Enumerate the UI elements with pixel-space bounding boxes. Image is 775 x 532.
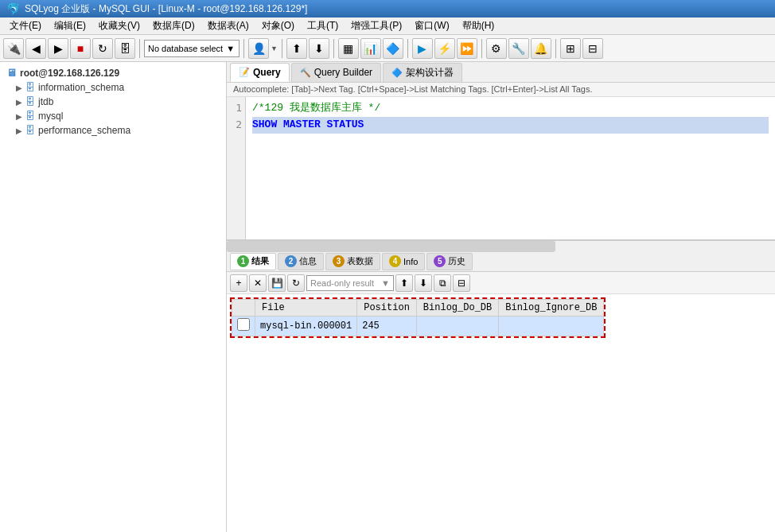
result-badge-4: 4 (389, 255, 401, 267)
query-editor[interactable]: 1 2 /*129 我是数据库主库 */ SHOW MASTER STATUS (227, 97, 775, 240)
result-tab-5[interactable]: 5 历史 (426, 253, 473, 270)
refresh-btn[interactable] (92, 38, 113, 59)
database-select-value: No database select (148, 44, 223, 53)
code-area[interactable]: /*129 我是数据库主库 */ SHOW MASTER STATUS (246, 97, 775, 239)
forward-icon (54, 42, 63, 55)
menu-enhanced[interactable]: 增强工具(P) (345, 17, 408, 34)
layout2-btn[interactable]: ⊟ (582, 38, 603, 59)
result-table: File Position Binlog_Do_DB Binlog_Ignore… (232, 299, 604, 336)
notif-btn[interactable]: 🔔 (531, 38, 551, 59)
result-copy-icon: ⧉ (439, 278, 446, 289)
tree-item-mysql[interactable]: ▶ 🗄 mysql (3, 109, 223, 123)
tab-schema-designer[interactable]: 🔷 架构设计器 (383, 63, 462, 82)
import-btn[interactable]: ⬇ (309, 38, 329, 59)
result-filter-btn[interactable]: ⊟ (453, 274, 470, 292)
tab-schema-label: 架构设计器 (406, 66, 454, 80)
result-copy-btn[interactable]: ⧉ (434, 274, 451, 292)
new-icon: 🔌 (7, 42, 21, 55)
editor-scrollbar[interactable] (227, 240, 775, 251)
result-tab-3-label: 表数据 (347, 255, 373, 267)
tree-item-information-schema[interactable]: ▶ 🗄 information_schema (3, 80, 223, 95)
result-refresh-icon: ↻ (292, 278, 300, 289)
expand-icon-jtdb: ▶ (16, 98, 22, 107)
menu-favorites[interactable]: 收藏夹(V) (92, 17, 146, 34)
refresh-icon (98, 42, 107, 55)
result-tab-1[interactable]: 1 结果 (230, 253, 276, 270)
user-btn[interactable]: 👤 (248, 38, 269, 59)
title-text: SQLyog 企业版 - MySQL GUI - [Linux-M - root… (25, 2, 307, 16)
layout-btn[interactable]: ⊞ (560, 38, 581, 59)
result-tab-4-label: Info (403, 257, 418, 266)
table-row[interactable]: mysql-bin.000001 245 (232, 316, 604, 336)
forward-btn[interactable] (48, 38, 68, 59)
menu-bar: 文件(E) 编辑(E) 收藏夹(V) 数据库(D) 数据表(A) 对象(O) 工… (0, 17, 775, 35)
menu-file[interactable]: 文件(E) (3, 17, 48, 34)
result-import-icon: ⬇ (419, 278, 427, 289)
layout2-icon: ⊟ (588, 42, 598, 55)
back-icon (32, 42, 41, 55)
new-connection-btn[interactable]: 🔌 (3, 38, 24, 59)
result-tab-5-label: 历史 (448, 255, 465, 267)
result-tab-4[interactable]: 4 Info (382, 253, 425, 270)
export-btn[interactable]: ⬆ (286, 38, 307, 59)
menu-edit[interactable]: 编辑(E) (48, 17, 92, 34)
result-area: File Position Binlog_Do_DB Binlog_Ignore… (227, 294, 775, 532)
readonly-arrow-icon: ▼ (381, 278, 390, 288)
result-delete-btn[interactable]: ✕ (249, 274, 267, 292)
result-badge-2: 2 (285, 255, 297, 267)
execute-btn[interactable]: ▶ (412, 38, 433, 59)
result-save-icon: 💾 (271, 278, 283, 289)
tree-root[interactable]: 🖥 root@192.168.126.129 (3, 65, 223, 80)
back-btn[interactable] (25, 38, 46, 59)
query-tab-icon: 📝 (239, 67, 250, 77)
result-badge-1: 1 (237, 255, 249, 267)
menu-database[interactable]: 数据库(D) (146, 17, 201, 34)
stop-btn[interactable] (70, 38, 91, 59)
table2-btn[interactable]: 📊 (360, 38, 381, 59)
readonly-dropdown[interactable]: Read-only result ▼ (306, 275, 394, 291)
result-save-btn[interactable]: 💾 (268, 274, 286, 292)
result-toolbar: + ✕ 💾 ↻ Read-only result ▼ ⬆ ⬇ ⧉ ⊟ (227, 272, 775, 294)
execute3-btn[interactable]: ⏩ (457, 38, 477, 59)
db-btn[interactable]: 🗄 (115, 38, 135, 59)
tree-item-jtdb[interactable]: ▶ 🗄 jtdb (3, 95, 223, 109)
menu-window[interactable]: 窗口(W) (408, 17, 455, 34)
tab-query-builder[interactable]: 🔨 Query Builder (291, 63, 381, 82)
result-export-btn[interactable]: ⬆ (395, 274, 413, 292)
result-tab-2[interactable]: 2 信息 (278, 253, 324, 270)
col-checkbox-header (232, 300, 255, 316)
line-numbers: 1 2 (227, 97, 246, 239)
result-refresh-btn[interactable]: ↻ (287, 274, 305, 292)
menu-object[interactable]: 对象(O) (255, 17, 301, 34)
menu-help[interactable]: 帮助(H) (456, 17, 501, 34)
database-select-dropdown[interactable]: No database select ▼ (144, 40, 240, 57)
execute3-icon: ⏩ (460, 42, 473, 55)
db-label-jtdb: jtdb (38, 96, 53, 107)
menu-tools[interactable]: 工具(T) (301, 17, 345, 34)
code-line-1: /*129 我是数据库主库 */ (252, 100, 769, 117)
autocomplete-hint: Autocomplete: [Tab]->Next Tag. [Ctrl+Spa… (227, 83, 775, 97)
menu-table[interactable]: 数据表(A) (201, 17, 255, 34)
grid-btn[interactable]: ▦ (338, 38, 359, 59)
tab-query[interactable]: 📝 Query (230, 63, 290, 82)
row-checkbox[interactable] (237, 318, 250, 331)
cell-file[interactable]: mysql-bin.000001 (255, 316, 357, 336)
cell-binlog-do (416, 316, 498, 336)
tools3-btn[interactable]: 🔧 (508, 38, 529, 59)
tools2-btn[interactable]: ⚙ (486, 38, 507, 59)
tree-item-performance-schema[interactable]: ▶ 🗄 performance_schema (3, 123, 223, 138)
right-panel: 📝 Query 🔨 Query Builder 🔷 架构设计器 Autocomp… (227, 62, 775, 532)
result-badge-5: 5 (434, 255, 446, 267)
result-tab-3[interactable]: 3 表数据 (325, 253, 380, 270)
result-import-btn[interactable]: ⬇ (415, 274, 432, 292)
row-checkbox-cell[interactable] (232, 316, 255, 336)
execute2-btn[interactable]: ⚡ (434, 38, 455, 59)
cell-position[interactable]: 245 (357, 316, 417, 336)
app-icon: 🐬 (6, 2, 20, 15)
result-add-btn[interactable]: + (230, 274, 247, 292)
schema-tab-icon: 🔷 (391, 68, 403, 78)
schema-btn[interactable]: 🔷 (383, 38, 403, 59)
sep4 (333, 39, 334, 58)
sep2 (243, 39, 244, 58)
user-icon: 👤 (252, 42, 266, 55)
